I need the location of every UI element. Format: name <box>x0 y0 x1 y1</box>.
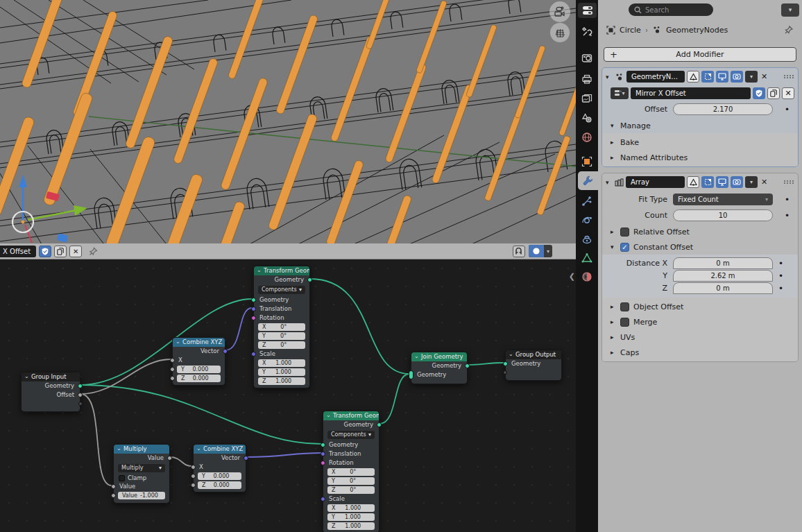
distance-x-field[interactable]: 0 m <box>673 257 773 269</box>
fake-user-shield-button[interactable] <box>39 246 51 257</box>
chevron-down-icon[interactable]: ▾ <box>606 179 613 186</box>
socket-translation-in[interactable] <box>251 307 256 311</box>
socket-geometry-out[interactable] <box>307 277 312 282</box>
socket-geometry-multi-in[interactable] <box>409 370 413 379</box>
modifier-header[interactable]: ▾ Array ▾ ✕ <box>602 173 798 191</box>
distance-y-field[interactable]: 2.62 m <box>673 270 773 282</box>
value-field[interactable]: Y0° <box>327 477 375 485</box>
node-transform-geometry-1[interactable]: Transform Geome... Geometry Components▾ … <box>253 266 310 388</box>
vertex-group-filter-button[interactable] <box>687 176 699 188</box>
node-combine-xyz-1[interactable]: Combine XYZ Vector X Y0.000 Z0.000 <box>172 337 225 386</box>
relative-offset-checkbox[interactable] <box>620 228 629 237</box>
close-icon[interactable]: ✕ <box>761 72 767 81</box>
fit-type-dropdown[interactable]: Fixed Count▾ <box>673 194 773 205</box>
uvs-section[interactable]: ▸UVs <box>602 329 798 345</box>
tab-material[interactable] <box>576 267 598 286</box>
socket-rotation-in[interactable] <box>251 316 256 320</box>
modifier-name-field[interactable]: Array <box>626 176 685 188</box>
value-field[interactable]: Z1.000 <box>327 522 375 530</box>
constant-offset-checkbox[interactable]: ✓ <box>620 243 629 252</box>
socket-vector-out[interactable] <box>244 456 248 461</box>
viewport-3d[interactable] <box>0 0 576 244</box>
distance-z-field[interactable]: 0 m <box>673 282 773 294</box>
animate-dot[interactable]: • <box>785 105 790 114</box>
socket-virtual[interactable] <box>503 370 507 375</box>
node-group-output[interactable]: Group Output Geometry <box>505 350 562 381</box>
tab-world[interactable] <box>576 128 598 146</box>
manage-section[interactable]: ▾Manage <box>602 118 798 133</box>
tab-object[interactable] <box>576 152 598 171</box>
pin-icon[interactable] <box>784 25 794 35</box>
render-display-button[interactable] <box>731 176 743 188</box>
socket-virtual[interactable] <box>78 402 83 406</box>
node-multiply[interactable]: Multiply Value Multiply▾ Clamp Value Val… <box>113 444 170 504</box>
modifier-extras-dropdown[interactable]: ▾ <box>745 176 758 188</box>
socket-x-in[interactable] <box>170 358 175 363</box>
unlink-node-group-button[interactable]: ✕ <box>782 87 794 99</box>
realtime-display-button[interactable] <box>716 71 728 83</box>
object-offset-checkbox[interactable] <box>620 302 629 311</box>
realtime-display-button[interactable] <box>716 176 728 188</box>
socket-value-out[interactable] <box>167 456 172 461</box>
socket-scale-in[interactable] <box>321 497 325 501</box>
named-attributes-section[interactable]: ▸Named Attributes <box>602 150 798 165</box>
socket-geometry-out[interactable] <box>377 422 382 427</box>
snap-button[interactable] <box>513 246 525 257</box>
drag-handle[interactable] <box>784 180 794 184</box>
node-combine-xyz-2[interactable]: Combine XYZ Vector X Y0.000 Z0.000 <box>193 444 246 492</box>
overlays-dropdown[interactable]: ▾ <box>529 245 552 257</box>
modifier-extras-dropdown[interactable]: ▾ <box>745 71 758 83</box>
constant-offset-section[interactable]: ▾✓Constant Offset <box>602 239 798 255</box>
value-field[interactable]: Z1.000 <box>258 377 305 385</box>
socket-y-in[interactable] <box>191 474 196 479</box>
unlink-node-group-button[interactable]: ✕ <box>69 246 82 257</box>
tab-object-data[interactable] <box>576 248 598 267</box>
socket-z-in[interactable] <box>191 483 196 488</box>
components-dropdown[interactable]: Components▾ <box>327 431 375 439</box>
value-field[interactable]: Z0° <box>327 486 375 494</box>
count-value-field[interactable]: 10 <box>673 209 773 221</box>
operation-dropdown[interactable]: Multiply▾ <box>118 464 165 472</box>
node-group-name-field[interactable]: Mirror X Offset <box>631 87 751 99</box>
vertex-group-filter-button[interactable] <box>687 71 699 83</box>
merge-section[interactable]: ▸Merge <box>602 314 798 329</box>
value-field[interactable]: X1.000 <box>327 504 375 512</box>
node-join-geometry[interactable]: Join Geometry Geometry Geometry <box>411 352 468 384</box>
relative-offset-section[interactable]: ▸Relative Offset <box>602 224 798 239</box>
socket-geometry-out[interactable] <box>465 363 470 368</box>
node-tree-name[interactable]: X Offset <box>0 246 36 257</box>
tab-scene[interactable] <box>576 108 598 127</box>
node-group-browse-button[interactable]: ▾ <box>611 87 629 99</box>
geometry-nodes-canvas[interactable]: Group Input Geometry Offset Combine XYZ … <box>0 259 576 532</box>
socket-geometry-in[interactable] <box>321 443 325 447</box>
animate-dot[interactable]: • <box>785 211 790 221</box>
tab-particles[interactable] <box>576 191 598 210</box>
drag-handle[interactable] <box>784 75 794 78</box>
value-field[interactable]: X0° <box>258 323 305 331</box>
socket-geometry-in[interactable] <box>251 298 256 302</box>
value-field[interactable]: X0° <box>327 468 375 476</box>
socket-geometry-in[interactable] <box>503 361 508 366</box>
region-expand-arrow[interactable]: ❮ <box>569 272 575 281</box>
socket-translation-in[interactable] <box>321 452 325 456</box>
components-dropdown[interactable]: Components▾ <box>258 286 305 294</box>
fake-user-shield-button[interactable] <box>753 87 765 99</box>
tab-constraints[interactable] <box>576 230 598 248</box>
animate-dot[interactable]: • <box>785 195 790 205</box>
breadcrumb-node-tree[interactable]: GeometryNodes <box>666 26 728 35</box>
socket-rotation-in[interactable] <box>321 461 325 465</box>
caps-section[interactable]: ▸Caps <box>602 345 798 360</box>
socket-value-in[interactable] <box>111 484 116 489</box>
editor-type-button[interactable] <box>578 3 597 18</box>
camera-view-button[interactable] <box>549 1 570 22</box>
add-modifier-button[interactable]: + Add Modifier <box>604 47 796 62</box>
modifier-name-field[interactable]: GeometryN... <box>626 71 685 83</box>
value-field[interactable]: Y0° <box>258 332 305 340</box>
socket-scale-in[interactable] <box>251 352 256 357</box>
render-display-button[interactable] <box>731 71 743 83</box>
copy-node-group-button[interactable] <box>54 246 67 257</box>
perspective-toggle-button[interactable] <box>550 23 570 42</box>
value-field[interactable]: Y1.000 <box>258 368 305 376</box>
edit-mode-display-button[interactable] <box>701 71 714 83</box>
socket-geometry-out[interactable] <box>78 384 83 388</box>
